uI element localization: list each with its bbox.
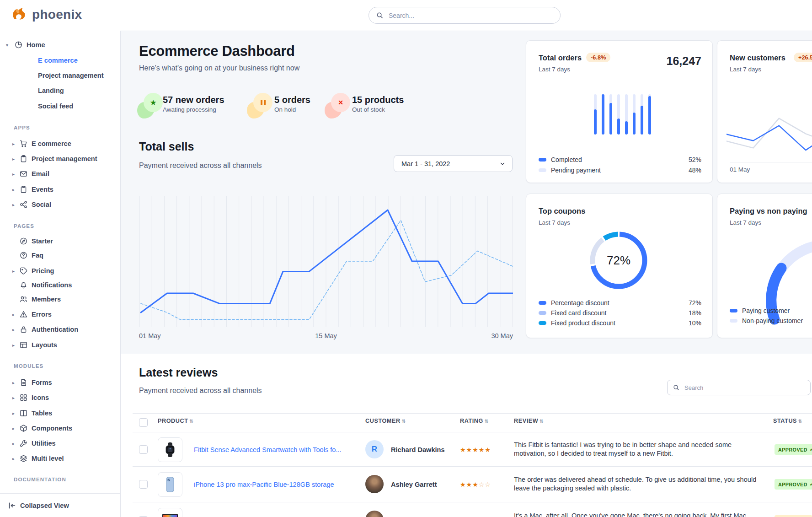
phoenix-logo-icon xyxy=(11,6,27,23)
column-header-review[interactable]: REVIEW⇅ xyxy=(514,418,544,424)
row-checkbox[interactable] xyxy=(139,445,148,454)
caret-right-icon: ▸ xyxy=(12,172,15,177)
sidebar-item-label: Icons xyxy=(32,394,49,401)
caret-right-icon: ▸ xyxy=(12,441,15,446)
stat-icon-out-of-stock: ✕ xyxy=(325,93,350,118)
package-icon xyxy=(20,425,27,432)
column-header-customer[interactable]: CUSTOMER⇅ xyxy=(365,418,406,424)
status-badge: APPROVED✓ xyxy=(775,444,812,455)
product-link[interactable]: Fitbit Sense Advanced Smartwatch with To… xyxy=(194,446,342,453)
legend-label: Fixed product discount xyxy=(551,319,615,327)
sidebar-item-email[interactable]: ▸ Email xyxy=(0,167,120,181)
sidebar-item-starter[interactable]: Starter xyxy=(0,234,120,248)
sidebar-item-utilities[interactable]: ▸ Utilities xyxy=(0,436,120,450)
star-filled-icon: ★ xyxy=(479,446,485,453)
new-customers-line-chart xyxy=(727,112,812,162)
column-header-rating[interactable]: RATING⇅ xyxy=(460,418,489,424)
legend-swatch xyxy=(539,158,546,162)
sidebar-item-errors[interactable]: ▸ Errors xyxy=(0,307,120,321)
sidebar-item-icons[interactable]: ▸ Icons xyxy=(0,391,120,404)
page-subtitle: Here's what's going on at your business … xyxy=(139,64,299,72)
sidebar-item-label: Social xyxy=(32,201,51,208)
sidebar-section-documentation: DOCUMENTATION xyxy=(14,477,66,482)
date-range-select[interactable]: Mar 1 - 31, 2022 xyxy=(394,155,513,172)
global-search[interactable] xyxy=(369,7,561,24)
grid-icon xyxy=(20,394,27,402)
row-checkbox[interactable] xyxy=(139,480,148,489)
total-sells-chart[interactable] xyxy=(139,194,513,331)
avatar xyxy=(365,475,384,493)
legend-row: Completed xyxy=(539,156,582,163)
sidebar-item-label: Pricing xyxy=(32,267,54,275)
sidebar-section-modules: MODULES xyxy=(14,363,43,369)
sidebar-item-home[interactable]: ▾ Home xyxy=(0,38,120,52)
check-icon: ✓ xyxy=(810,447,812,452)
caret-right-icon: ▸ xyxy=(12,411,15,416)
stat-value: 15 products xyxy=(352,95,404,105)
sidebar-item-project-management[interactable]: Project management xyxy=(0,69,120,82)
stat-label: Out of stock xyxy=(352,106,404,113)
brand-logo[interactable]: phoenix xyxy=(11,6,82,23)
sidebar-item-authentication[interactable]: ▸ Authentication xyxy=(0,323,120,336)
tag-icon xyxy=(20,267,27,275)
paying-gauge-chart xyxy=(717,194,812,338)
sidebar-item-forms[interactable]: ▸ Forms xyxy=(0,376,120,389)
star-filled-icon: ★ xyxy=(472,446,479,453)
sidebar-item-ecommerce-app[interactable]: ▸ E commerce xyxy=(0,137,120,151)
reviews-search[interactable] xyxy=(667,380,811,395)
sidebar-item-events[interactable]: ▸ Events xyxy=(0,183,120,196)
latest-reviews-subtitle: Payment received across all channels xyxy=(139,387,262,395)
sidebar-item-landing[interactable]: Landing xyxy=(0,84,120,97)
legend-label: Fixed card discount xyxy=(551,309,606,317)
column-header-product[interactable]: PRODUCT⇅ xyxy=(158,418,193,424)
sidebar-item-notifications[interactable]: Notifications xyxy=(0,278,120,292)
smartwatch-image xyxy=(162,442,178,458)
product-link[interactable]: iPhone 13 pro max-Pacific Blue-128GB sto… xyxy=(194,481,334,488)
sidebar-item-social[interactable]: ▸ Social xyxy=(0,198,120,211)
divider xyxy=(730,162,812,162)
stat-on-hold: 5 orders On hold xyxy=(274,95,310,113)
product-image-iphone[interactable] xyxy=(158,472,182,497)
clipboard-icon xyxy=(20,155,27,163)
sidebar-item-label: Utilities xyxy=(32,440,56,447)
review-text: The order was delivered ahead of schedul… xyxy=(514,475,763,493)
sidebar-item-pricing[interactable]: ▸ Pricing xyxy=(0,264,120,278)
select-all-checkbox[interactable] xyxy=(139,418,148,427)
card-period: Last 7 days xyxy=(730,66,761,73)
status-badge: APPROVED✓ xyxy=(775,479,812,490)
sidebar-item-label: Notifications xyxy=(32,281,72,289)
star-icon: ★ xyxy=(144,93,163,112)
collapsed-view-toggle[interactable]: Collapsed View xyxy=(0,493,120,517)
product-image-smartwatch[interactable] xyxy=(158,437,182,462)
sidebar-item-label: Project management xyxy=(38,72,104,79)
sidebar-item-tables[interactable]: ▸ Tables xyxy=(0,406,120,420)
legend-pct: 18% xyxy=(689,309,701,317)
collapsed-view-label: Collapsed View xyxy=(20,502,69,509)
sidebar-item-social-feed[interactable]: Social feed xyxy=(0,99,120,113)
product-image-imac[interactable] xyxy=(158,508,182,517)
review-text: It's a Mac, after all. Once you've gone … xyxy=(514,512,763,517)
sidebar-item-multi-level[interactable]: ▸ Multi level xyxy=(0,452,120,465)
customer-name[interactable]: Richard Dawkins xyxy=(391,446,445,453)
sidebar-item-project-management-app[interactable]: ▸ Project management xyxy=(0,152,120,166)
sidebar-item-label: Errors xyxy=(32,311,52,318)
reviews-search-input[interactable] xyxy=(684,384,805,392)
caret-right-icon: ▸ xyxy=(12,426,15,431)
sidebar-item-members[interactable]: Members xyxy=(0,292,120,306)
stat-icon-new-orders: ★ xyxy=(137,93,163,118)
sidebar-item-layouts[interactable]: ▸ Layouts xyxy=(0,338,120,352)
legend-label: Pending payment xyxy=(551,167,601,174)
card-period: Last 7 days xyxy=(539,219,570,226)
total-orders-value: 16,247 xyxy=(667,54,701,68)
column-header-status[interactable]: STATUS⇅ xyxy=(773,418,802,424)
customer-name[interactable]: Ashley Garrett xyxy=(391,481,437,488)
sidebar-section-apps: APPS xyxy=(14,125,30,130)
table-border xyxy=(133,466,812,467)
global-search-input[interactable] xyxy=(388,11,553,20)
legend-row: Percentage discount xyxy=(539,299,609,307)
caret-right-icon: ▸ xyxy=(12,202,15,207)
sidebar-item-ecommerce[interactable]: E commerce xyxy=(0,54,120,67)
sidebar-item-faq[interactable]: Faq xyxy=(0,248,120,262)
sidebar-item-components[interactable]: ▸ Components xyxy=(0,421,120,435)
donut-center-value: 72% xyxy=(584,226,653,295)
